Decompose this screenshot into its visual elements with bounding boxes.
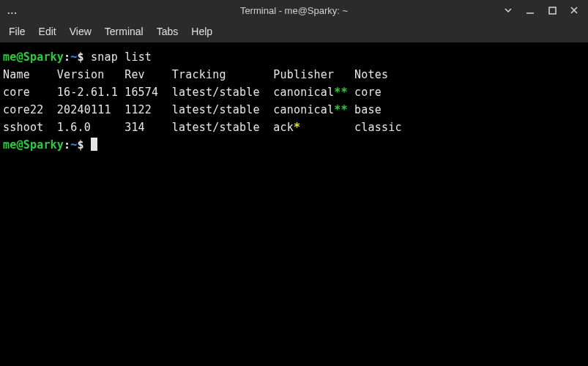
window-menu-dots[interactable]: ...	[0, 5, 18, 16]
prompt-dollar: $	[78, 51, 84, 64]
prompt-user: me@Sparky	[3, 51, 64, 64]
prompt-line: me@Sparky:~$	[3, 136, 585, 154]
menu-tabs[interactable]: Tabs	[157, 26, 179, 37]
verified-star-icon: **	[334, 83, 347, 101]
prompt-dollar: $	[78, 138, 84, 152]
table-row: core22 20240111 1122 latest/stable canon…	[3, 101, 585, 119]
verified-star-icon: *	[294, 119, 300, 136]
prompt: me@Sparky:~$	[3, 138, 84, 152]
chevron-down-icon[interactable]	[499, 2, 518, 18]
prompt-colon: :	[64, 51, 70, 64]
window-titlebar: ... Terminal - me@Sparky: ~	[0, 0, 588, 20]
prompt-path: ~	[70, 51, 77, 64]
maximize-icon[interactable]	[543, 2, 562, 18]
command-text: snap list	[91, 51, 152, 64]
menu-view[interactable]: View	[70, 26, 92, 37]
menu-edit[interactable]: Edit	[39, 26, 56, 37]
prompt-user: me@Sparky	[3, 138, 64, 152]
table-row: sshoot 1.6.0 314 latest/stable ack* clas…	[3, 119, 585, 136]
prompt-colon: :	[64, 138, 70, 152]
verified-star-icon: **	[334, 101, 347, 119]
svg-rect-0	[549, 7, 556, 14]
table-header: Name Version Rev Tracking Publisher Note…	[3, 66, 585, 83]
close-icon[interactable]	[565, 2, 584, 18]
menu-file[interactable]: File	[9, 26, 26, 37]
command-line: me@Sparky:~$ snap list	[3, 48, 585, 66]
terminal-area[interactable]: me@Sparky:~$ snap listName Version Rev T…	[0, 42, 588, 366]
cursor	[91, 138, 97, 151]
prompt: me@Sparky:~$	[3, 51, 84, 64]
window-controls	[499, 2, 584, 18]
prompt-path: ~	[70, 138, 77, 152]
window-title: Terminal - me@Sparky: ~	[240, 5, 348, 16]
table-row: core 16-2.61.1 16574 latest/stable canon…	[3, 83, 585, 101]
menu-help[interactable]: Help	[191, 26, 212, 37]
minimize-icon[interactable]	[521, 2, 540, 18]
menubar: File Edit View Terminal Tabs Help	[0, 20, 588, 42]
menu-terminal[interactable]: Terminal	[105, 26, 144, 37]
